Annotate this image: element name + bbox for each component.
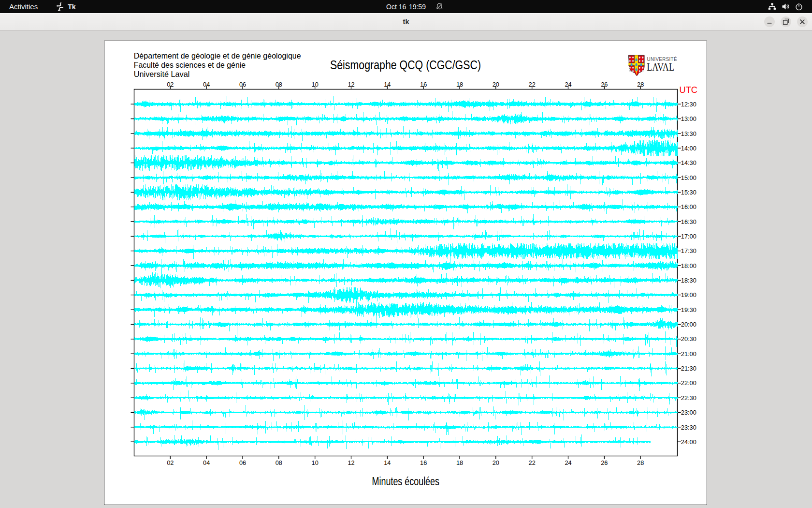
svg-text:18: 18 xyxy=(456,80,463,88)
svg-text:26: 26 xyxy=(601,80,608,88)
svg-text:Faculté des sciences et de gén: Faculté des sciences et de génie xyxy=(133,60,245,70)
svg-text:21:00: 21:00 xyxy=(681,350,696,357)
svg-text:14:30: 14:30 xyxy=(681,159,696,166)
svg-text:12: 12 xyxy=(348,80,354,88)
svg-text:28: 28 xyxy=(637,80,644,88)
svg-text:Département de géologie et de: Département de géologie et de génie géol… xyxy=(133,51,301,60)
svg-text:15:00: 15:00 xyxy=(681,174,696,181)
svg-text:22: 22 xyxy=(528,459,535,466)
svg-text:20:30: 20:30 xyxy=(681,335,696,343)
svg-text:06: 06 xyxy=(239,80,246,88)
svg-text:02: 02 xyxy=(167,80,174,88)
svg-text:14:00: 14:00 xyxy=(681,144,696,151)
svg-text:16:00: 16:00 xyxy=(681,203,696,210)
svg-text:LAVAL: LAVAL xyxy=(647,60,674,73)
svg-text:Séismographe QCQ (CGC/GSC): Séismographe QCQ (CGC/GSC) xyxy=(330,58,481,72)
svg-text:28: 28 xyxy=(637,459,644,466)
svg-text:19:30: 19:30 xyxy=(681,306,696,313)
svg-text:17:00: 17:00 xyxy=(681,233,696,240)
svg-text:22:30: 22:30 xyxy=(681,394,696,401)
svg-text:06: 06 xyxy=(239,459,246,466)
svg-text:19:00: 19:00 xyxy=(681,291,696,299)
svg-text:UTC: UTC xyxy=(679,85,697,94)
svg-text:10: 10 xyxy=(311,80,318,88)
svg-text:15:30: 15:30 xyxy=(681,189,696,196)
svg-text:18: 18 xyxy=(456,459,463,466)
svg-text:22: 22 xyxy=(528,80,535,88)
svg-text:Université Laval: Université Laval xyxy=(133,69,189,78)
svg-text:20:00: 20:00 xyxy=(681,321,696,328)
svg-text:26: 26 xyxy=(601,459,608,466)
svg-text:13:30: 13:30 xyxy=(681,130,696,137)
svg-text:02: 02 xyxy=(167,459,174,466)
svg-text:20: 20 xyxy=(492,80,499,88)
svg-text:23:00: 23:00 xyxy=(681,409,696,416)
svg-text:18:30: 18:30 xyxy=(681,277,696,284)
svg-text:08: 08 xyxy=(275,459,282,466)
svg-text:23:30: 23:30 xyxy=(681,423,696,431)
svg-text:20: 20 xyxy=(492,459,499,466)
svg-text:17:30: 17:30 xyxy=(681,247,696,254)
svg-text:16: 16 xyxy=(420,80,427,88)
svg-text:10: 10 xyxy=(311,459,318,466)
svg-text:14: 14 xyxy=(384,80,391,88)
svg-text:12: 12 xyxy=(348,459,354,466)
svg-text:12:30: 12:30 xyxy=(681,100,696,107)
svg-text:18:00: 18:00 xyxy=(681,262,696,269)
svg-text:16: 16 xyxy=(420,459,427,466)
svg-text:21:30: 21:30 xyxy=(681,365,696,372)
svg-text:24: 24 xyxy=(565,80,571,88)
svg-text:24:00: 24:00 xyxy=(681,438,696,445)
svg-text:Minutes écoulées: Minutes écoulées xyxy=(372,475,439,487)
svg-text:04: 04 xyxy=(203,459,210,466)
svg-text:08: 08 xyxy=(275,80,282,88)
svg-text:24: 24 xyxy=(565,459,571,466)
svg-text:16:30: 16:30 xyxy=(681,218,696,225)
svg-text:04: 04 xyxy=(203,80,210,88)
svg-text:22:00: 22:00 xyxy=(681,379,696,387)
svg-text:13:00: 13:00 xyxy=(681,115,696,122)
svg-text:14: 14 xyxy=(384,459,391,466)
